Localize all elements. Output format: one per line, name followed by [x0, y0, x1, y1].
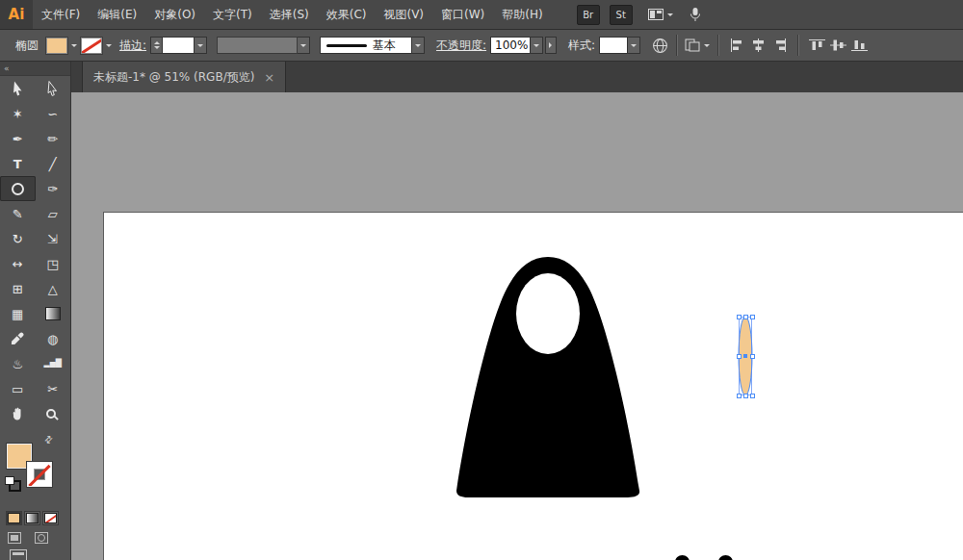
menu-object[interactable]: 对象(O)	[145, 0, 204, 29]
selection-handle[interactable]	[737, 394, 742, 398]
selection-handle[interactable]	[750, 394, 755, 398]
width-profile-field[interactable]: 基本	[320, 37, 412, 54]
direct-selection-tool[interactable]	[36, 76, 71, 101]
canvas[interactable]	[71, 92, 963, 560]
selection-handle[interactable]	[743, 315, 748, 319]
menu-effect[interactable]: 效果(C)	[318, 0, 376, 29]
layout-icon	[648, 9, 664, 20]
menu-file[interactable]: 文件(F)	[33, 0, 89, 29]
draw-normal-button[interactable]	[8, 532, 21, 544]
perspective-grid-tool[interactable]: △	[36, 276, 71, 301]
pencil-tool[interactable]: ✎	[0, 201, 36, 226]
mesh-tool[interactable]: ▦	[0, 301, 36, 326]
blend-tool[interactable]: ◍	[36, 326, 71, 351]
selected-ellipse-group[interactable]	[735, 310, 756, 402]
stroke-color-swatch[interactable]	[81, 38, 102, 54]
eraser-tool[interactable]: ▱	[36, 201, 71, 226]
opacity-flyout-button[interactable]	[545, 37, 557, 54]
publish-globe-icon[interactable]	[652, 38, 668, 54]
menu-view[interactable]: 视图(V)	[375, 0, 432, 29]
gradient-mode-button[interactable]	[24, 511, 40, 525]
line-segment-tool[interactable]: ╱	[36, 151, 71, 176]
selection-handle[interactable]	[737, 354, 742, 359]
menu-edit[interactable]: 编辑(E)	[89, 0, 145, 29]
menu-help[interactable]: 帮助(H)	[493, 0, 551, 29]
magic-wand-tool[interactable]: ✶	[0, 101, 36, 126]
align-bottom-icon	[851, 38, 868, 52]
selection-tool[interactable]	[0, 76, 36, 101]
ghost-silhouette-shape[interactable]	[449, 250, 651, 502]
eyedropper-tool[interactable]	[0, 326, 36, 351]
artboard-tool[interactable]: ▭	[0, 376, 36, 401]
scale-tool[interactable]: ⇲	[36, 226, 71, 251]
selection-handle[interactable]	[743, 394, 748, 398]
fill-color-swatch[interactable]	[46, 38, 67, 54]
stroke-weight-field[interactable]	[162, 37, 195, 54]
eyedropper-icon	[11, 332, 24, 345]
lasso-tool[interactable]: ∽	[36, 101, 71, 126]
align-bottom-button[interactable]	[848, 34, 870, 57]
style-field[interactable]	[599, 37, 628, 54]
hand-icon	[12, 407, 24, 420]
panel-collapse-button[interactable]: «	[0, 62, 70, 76]
width-profile-dropdown[interactable]	[412, 37, 425, 54]
stroke-color-control[interactable]	[27, 462, 52, 487]
ellipse-tool[interactable]	[0, 176, 36, 201]
align-right-button[interactable]	[768, 34, 790, 57]
ghost-face-hole	[516, 273, 580, 354]
opacity-dropdown[interactable]	[531, 37, 543, 54]
brush-definition-field[interactable]	[217, 37, 298, 54]
document-tab-bar: 未标题-1* @ 51% (RGB/预览) ×	[71, 62, 963, 92]
bridge-button[interactable]: Br	[577, 5, 600, 25]
align-top-button[interactable]	[806, 34, 827, 57]
align-left-icon	[729, 38, 745, 52]
align-middle-button[interactable]	[827, 34, 848, 57]
width-tool[interactable]: ↔	[0, 251, 36, 276]
mic-control[interactable]	[689, 7, 702, 22]
align-left-button[interactable]	[726, 34, 747, 57]
menu-type[interactable]: 文字(T)	[204, 0, 261, 29]
selection-handle[interactable]	[750, 354, 755, 359]
mini-fill	[5, 476, 14, 485]
rotate-tool[interactable]: ↻	[0, 226, 36, 251]
artboard-icon: ▭	[12, 383, 23, 395]
stroke-weight-label[interactable]: 描边:	[119, 38, 146, 54]
menu-select[interactable]: 选择(S)	[261, 0, 318, 29]
zoom-tool[interactable]	[36, 401, 71, 426]
opacity-label[interactable]: 不透明度:	[436, 38, 486, 54]
curvature-tool[interactable]: ✏	[36, 126, 71, 151]
workspace-switcher[interactable]	[648, 9, 673, 20]
document-setup-control[interactable]	[685, 38, 710, 52]
menu-window[interactable]: 窗口(W)	[432, 0, 493, 29]
fill-dropdown-caret[interactable]	[71, 44, 77, 50]
none-mode-button[interactable]	[42, 511, 59, 525]
brush-definition-dropdown[interactable]	[298, 37, 310, 54]
none-mode-icon	[44, 513, 57, 523]
slice-tool[interactable]: ✂	[36, 376, 71, 401]
gradient-tool[interactable]	[36, 301, 71, 326]
color-mode-button[interactable]	[6, 511, 22, 525]
stock-button[interactable]: St	[610, 5, 633, 25]
column-graph-tool[interactable]: ▂▅█	[36, 351, 71, 376]
stroke-dropdown-caret[interactable]	[106, 44, 112, 50]
align-center-button[interactable]	[747, 34, 768, 57]
hand-tool[interactable]	[0, 401, 36, 426]
type-tool[interactable]: T	[0, 151, 36, 176]
selection-handle[interactable]	[737, 315, 742, 319]
swap-fill-stroke-icon[interactable]: ⇄	[41, 433, 55, 446]
draw-inside-button[interactable]	[35, 532, 48, 544]
document-tab[interactable]: 未标题-1* @ 51% (RGB/预览) ×	[82, 62, 286, 92]
selection-handle[interactable]	[750, 315, 755, 319]
paintbrush-tool[interactable]: ✑	[36, 176, 71, 201]
stroke-weight-dropdown[interactable]	[195, 37, 207, 54]
free-transform-tool[interactable]: ◳	[36, 251, 71, 276]
style-dropdown[interactable]	[628, 37, 640, 54]
shape-builder-tool[interactable]: ⊞	[0, 276, 36, 301]
screen-mode-button[interactable]	[10, 549, 27, 560]
opacity-field[interactable]: 100%	[490, 37, 531, 54]
symbol-sprayer-tool[interactable]: ♨	[0, 351, 36, 376]
stroke-weight-stepper[interactable]	[150, 37, 162, 54]
pen-tool[interactable]: ✒	[0, 126, 36, 151]
tab-close-button[interactable]: ×	[264, 71, 274, 84]
default-colors-icon[interactable]	[5, 476, 21, 492]
